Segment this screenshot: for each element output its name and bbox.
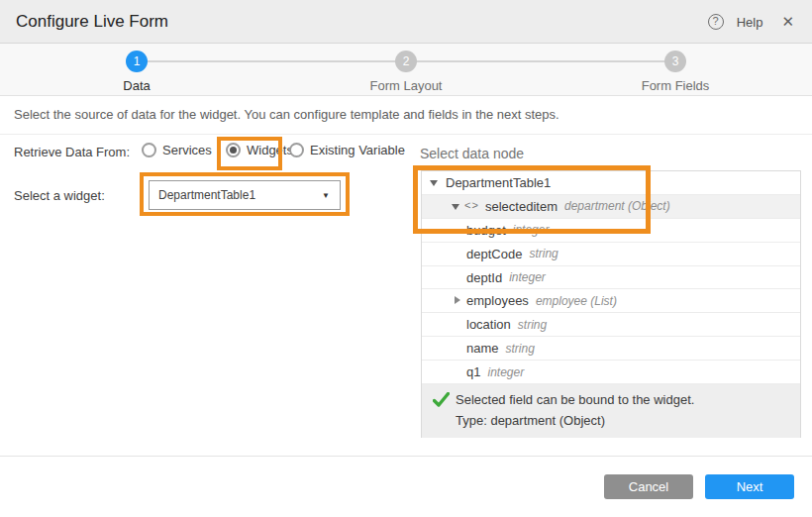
code-icon: <> [464,199,479,211]
step-3-circle: 3 [664,51,686,72]
radio-services[interactable]: Services [142,143,212,157]
tree-row-deptcode[interactable]: deptCode string [422,243,800,266]
tree-node-name: employees [466,293,529,308]
tree-node-type: string [529,247,558,260]
dropdown-arrow-icon: ▼ [322,191,330,200]
tree-node-name: q1 [466,364,480,379]
tree-node-type: string [518,318,547,332]
radio-widgets-icon [226,143,241,157]
caret-down-icon[interactable] [430,180,438,186]
tree-node-name: name [466,341,499,356]
step-2-label: Form Layout [347,78,465,93]
tree-node-type: employee (List) [536,294,617,308]
tree-node-type: integer [509,270,546,284]
wizard-stepper: 1 Data 2 Form Layout 3 Form Fields [0,44,812,96]
select-widget-label: Select a widget: [14,188,105,203]
tree-row-departmenttable1[interactable]: DepartmentTable1 [422,171,800,195]
tree-row-budget[interactable]: budget integer [422,219,800,243]
header-actions: ? Help ✕ [708,0,794,44]
tree-node-type: string [506,342,535,356]
tree-node-name: budget [466,223,506,238]
tree-node-name: deptId [466,270,502,285]
help-icon[interactable]: ? [708,14,724,30]
binding-status-panel: Selected field can be bound to the widge… [422,384,800,438]
radio-existing-variable[interactable]: Existing Variable [289,143,405,157]
radio-services-icon [142,143,156,157]
widget-dropdown[interactable]: DepartmentTable1 ▼ [149,180,341,210]
tree-row-deptid[interactable]: deptId integer [422,266,800,290]
radio-widgets[interactable]: Widgets [226,143,293,157]
dialog-header: Configure Live Form ? Help ✕ [0,0,812,44]
tree-row-employees[interactable]: employees employee (List) [422,289,800,313]
tree-node-type: department (Object) [564,199,670,213]
step-data[interactable]: 1 Data [77,51,196,93]
tree-node-name: location [466,317,511,332]
step-form-fields[interactable]: 3 Form Fields [616,51,735,93]
tree-node-type: integer [513,223,550,237]
step-form-layout[interactable]: 2 Form Layout [347,51,465,93]
select-data-node-heading: Select data node [420,146,524,161]
caret-down-icon[interactable] [452,204,459,210]
radio-services-label: Services [162,143,212,157]
help-button[interactable]: Help [737,15,763,30]
tree-row-selecteditem[interactable]: <> selecteditem department (Object) [422,195,800,219]
retrieve-data-from-label: Retrieve Data From: [14,145,130,159]
step-3-label: Form Fields [616,78,735,93]
step-2-circle: 2 [395,51,417,72]
radio-existing-variable-icon [289,143,304,157]
tree-row-q1[interactable]: q1 integer [422,361,800,384]
tree-row-location[interactable]: location string [422,313,800,337]
close-icon[interactable]: ✕ [781,13,794,31]
intro-section: Select the source of data for the widget… [0,96,812,135]
next-button[interactable]: Next [705,474,794,499]
step-1-circle: 1 [126,51,148,72]
tree-node-name: deptCode [466,247,522,261]
dialog-title: Configure Live Form [16,12,168,32]
tree-node-name: selecteditem [485,199,558,214]
tree-row-name[interactable]: name string [422,337,800,361]
cancel-button[interactable]: Cancel [604,474,693,499]
radio-existing-variable-label: Existing Variable [310,143,405,157]
binding-status-type: Type: department (Object) [456,413,605,428]
binding-status-message: Selected field can be bound to the widge… [456,392,694,407]
radio-widgets-label: Widgets [247,143,293,157]
tree-node-name: DepartmentTable1 [446,175,551,190]
data-node-tree: DepartmentTable1 <> selecteditem departm… [421,170,801,438]
check-icon [433,392,450,407]
caret-right-icon[interactable] [455,296,460,304]
intro-text: Select the source of data for the widget… [14,107,559,122]
widget-dropdown-value: DepartmentTable1 [158,188,322,202]
tree-node-type: integer [487,365,524,379]
footer-divider [0,456,812,457]
step-1-label: Data [77,78,196,93]
configure-live-form-dialog: Configure Live Form ? Help ✕ 1 Data 2 Fo… [0,0,812,517]
